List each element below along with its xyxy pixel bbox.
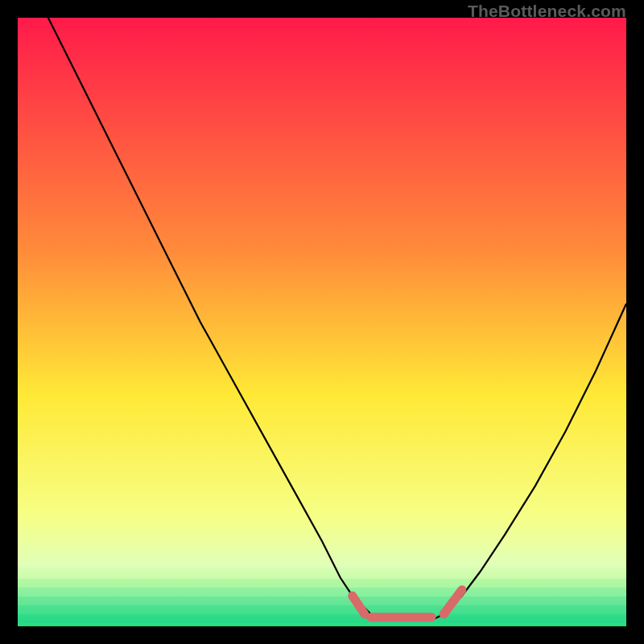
chart-svg: [18, 18, 626, 626]
stripe: [18, 579, 626, 588]
chart-frame: TheBottleneck.com: [0, 0, 644, 644]
stripe: [18, 605, 626, 614]
stripe: [18, 588, 626, 597]
stripe: [18, 570, 626, 579]
plot-area: [18, 18, 626, 626]
stripe: [18, 614, 626, 623]
bottom-stripes: [18, 570, 626, 623]
gradient-background: [18, 18, 626, 626]
stripe: [18, 597, 626, 605]
